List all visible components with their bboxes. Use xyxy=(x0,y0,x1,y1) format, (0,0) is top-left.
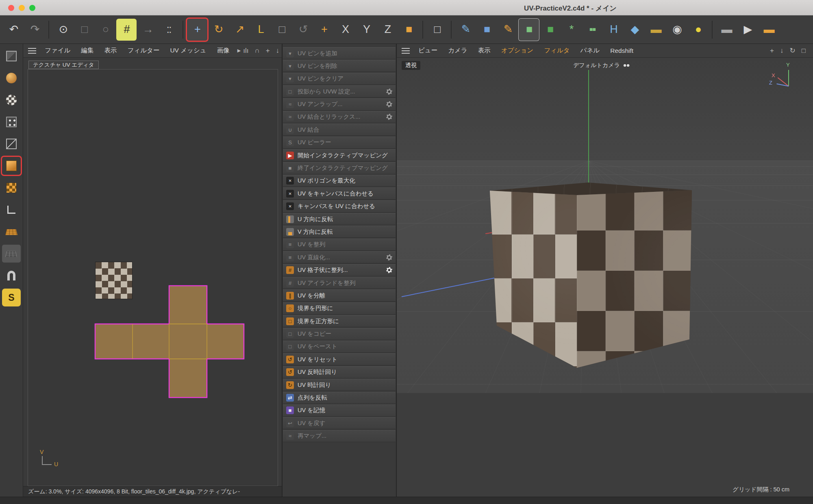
move-tool-button[interactable]: + xyxy=(187,19,207,41)
modeling-axis-button[interactable]: ↺ xyxy=(293,19,313,41)
uv-menu-uv-mesh[interactable]: UV メッシュ xyxy=(165,46,211,55)
vp-menu-filter[interactable]: フィルタ xyxy=(539,46,575,55)
maximize-panel-icon[interactable]: □ xyxy=(802,47,806,54)
snap-enable-button[interactable] xyxy=(2,267,21,285)
remap-uv[interactable]: ≈ 再マップ... xyxy=(283,430,396,442)
uv-menu-file[interactable]: ファイル xyxy=(39,46,76,55)
frame-view-icon[interactable]: ↓ xyxy=(780,47,784,54)
paint-brush-button[interactable]: ✎ xyxy=(498,19,518,41)
uv-canvas[interactable]: V U xyxy=(28,69,278,486)
camera-label[interactable]: デフォルトカメラ xyxy=(573,62,630,69)
render-settings-button[interactable]: ▬ xyxy=(759,19,779,41)
rectangle-selection-button[interactable]: □ xyxy=(74,19,94,41)
straighten-uv[interactable]: ≡ UV 直線化... xyxy=(283,251,396,263)
reset-uv[interactable]: ↺ UV をリセット xyxy=(283,353,396,365)
light-button[interactable]: ● xyxy=(688,19,708,41)
align-uv[interactable]: ≡ UV を整列 xyxy=(283,239,396,251)
axis-lock-button[interactable]: L xyxy=(250,19,271,41)
vp-menu-view[interactable]: ビュー xyxy=(413,46,443,55)
start-interactive-mapping[interactable]: ▶ 開始インタラクティブマッピング xyxy=(283,149,396,161)
fit-uv-to-canvas[interactable]: × UV をキャンバスに合わせる xyxy=(283,187,396,200)
uv-weld[interactable]: ∪ UV 結合 xyxy=(283,124,396,136)
gear-icon[interactable] xyxy=(386,101,392,107)
vp-menu-display[interactable]: 表示 xyxy=(473,46,496,55)
end-interactive-mapping[interactable]: ■ 終了インタラクティブマッピング xyxy=(283,162,396,174)
vp-menu-redshift[interactable]: Redshift xyxy=(605,47,639,54)
render-current-view-button[interactable]: ▬ xyxy=(716,19,737,41)
boundary-to-circle[interactable]: ○ 境界を円形に xyxy=(283,302,396,315)
import-icon[interactable]: ↓ xyxy=(276,47,280,54)
lock-icon[interactable]: ∩ xyxy=(254,47,259,54)
undo-button[interactable]: ↶ xyxy=(3,19,24,41)
uv-menu-edit[interactable]: 編集 xyxy=(76,46,99,55)
uv-peeler[interactable]: S UV ピーラー xyxy=(283,137,396,149)
flip-v[interactable]: ▄ V 方向に反転 xyxy=(283,226,396,238)
projection-label[interactable]: 透視 xyxy=(402,61,420,70)
rotate-uv-cw[interactable]: ↻ UV 時計回り xyxy=(283,379,396,391)
fields-button[interactable]: ◆ xyxy=(624,19,645,41)
apply-arrow-button[interactable]: → xyxy=(137,19,158,41)
gear-icon[interactable] xyxy=(386,267,392,273)
snap-toggle-button[interactable]: # xyxy=(116,19,137,41)
uv-menu-filter[interactable]: フィルター xyxy=(122,46,165,55)
uv-clear-pins[interactable]: ▾ UV ピンをクリア xyxy=(283,73,396,85)
store-uv[interactable]: ■ UV を記憶 xyxy=(283,404,396,417)
rotate-tool-button[interactable]: ↻ xyxy=(208,19,228,41)
generators-button[interactable]: * xyxy=(561,19,581,41)
uv-menu-image[interactable]: 画像 xyxy=(212,46,235,55)
uv-remove-pin[interactable]: ▾ UV ピンを削除 xyxy=(283,60,396,72)
close-window-button[interactable] xyxy=(8,5,14,11)
motion-system-button[interactable]: ▬ xyxy=(646,19,666,41)
uv-unwrap[interactable]: ≈ UV アンラップ... xyxy=(283,98,396,111)
refresh-view-icon[interactable]: ↻ xyxy=(789,47,795,54)
vp-menu-camera[interactable]: カメラ xyxy=(443,46,473,55)
workplane-mode-button[interactable] xyxy=(2,245,21,263)
coord-system-button[interactable]: ■ xyxy=(398,19,419,41)
viewport-canvas[interactable]: 透視 デフォルトカメラ Y X Z グリッド間隔 : 50 cm xyxy=(397,58,813,497)
viewport-hamburger-icon[interactable] xyxy=(402,48,410,54)
quantize-button[interactable]: :: xyxy=(159,19,179,41)
selection-filter-button[interactable]: □ xyxy=(272,19,292,41)
texture-axis-mode-button[interactable] xyxy=(2,223,21,241)
rotate-uv-ccw[interactable]: ↺ UV 反時計回り xyxy=(283,366,396,378)
vp-menu-options[interactable]: オプション xyxy=(496,46,539,55)
minimize-window-button[interactable] xyxy=(19,5,25,11)
gear-icon[interactable] xyxy=(386,254,392,261)
edges-mode-button[interactable] xyxy=(2,135,21,153)
boundary-to-square[interactable]: □ 境界を正方形に xyxy=(283,315,396,327)
texture-mode-button[interactable] xyxy=(2,69,21,87)
uvw-from-projection[interactable]: □ 投影から UVW 設定... xyxy=(283,85,396,98)
copy-uv[interactable]: □ UV をコピー xyxy=(283,328,396,340)
pan-view-icon[interactable]: + xyxy=(266,47,270,54)
uv-polygons-mode-button[interactable] xyxy=(2,179,21,197)
textured-cube[interactable] xyxy=(486,181,694,369)
fit-canvas-to-uv[interactable]: × キャンバスを UV に合わせる xyxy=(283,200,396,213)
vp-menu-panel[interactable]: パネル xyxy=(575,46,605,55)
model-mode-button[interactable] xyxy=(2,47,21,65)
axis-mode-button[interactable] xyxy=(2,201,21,219)
uv-editor-tab[interactable]: テクスチャ UV エディタ xyxy=(28,61,99,69)
reverse-point-order[interactable]: ⇄ 点列を反転 xyxy=(283,392,396,404)
pan-view-icon[interactable]: + xyxy=(770,47,774,54)
maximize-uv-polygons[interactable]: × UV ポリゴンを最大化 xyxy=(283,175,396,187)
flip-u[interactable]: ▌ U 方向に反転 xyxy=(283,213,396,225)
substance-button[interactable]: S xyxy=(2,289,21,306)
y-axis-lock-button[interactable]: Y xyxy=(356,19,376,41)
clones-button[interactable]: ▪▪ xyxy=(582,19,602,41)
render-view-button[interactable]: □ xyxy=(427,19,447,41)
deformers-button[interactable]: H xyxy=(603,19,624,41)
hamburger-menu-icon[interactable] xyxy=(28,48,36,54)
polygon-pen-button[interactable]: ■ xyxy=(540,19,560,41)
z-axis-lock-button[interactable]: Z xyxy=(377,19,398,41)
global-move-button[interactable]: + xyxy=(314,19,334,41)
align-uv-islands[interactable]: # UV アイランドを整列 xyxy=(283,277,396,289)
uv-unwrap-cross[interactable] xyxy=(28,70,278,486)
edit-mesh-button[interactable]: ■ xyxy=(519,19,539,41)
lasso-selection-button[interactable]: ○ xyxy=(95,19,115,41)
restore-uv[interactable]: ↩ UV を戻す xyxy=(283,417,396,429)
uv-texture-mode-button[interactable] xyxy=(2,91,21,109)
scale-tool-button[interactable]: ↗ xyxy=(229,19,250,41)
separate-uv[interactable]: ∥ UV を分離 xyxy=(283,289,396,302)
uv-menu-display[interactable]: 表示 xyxy=(99,46,122,55)
gear-icon[interactable] xyxy=(386,89,392,95)
